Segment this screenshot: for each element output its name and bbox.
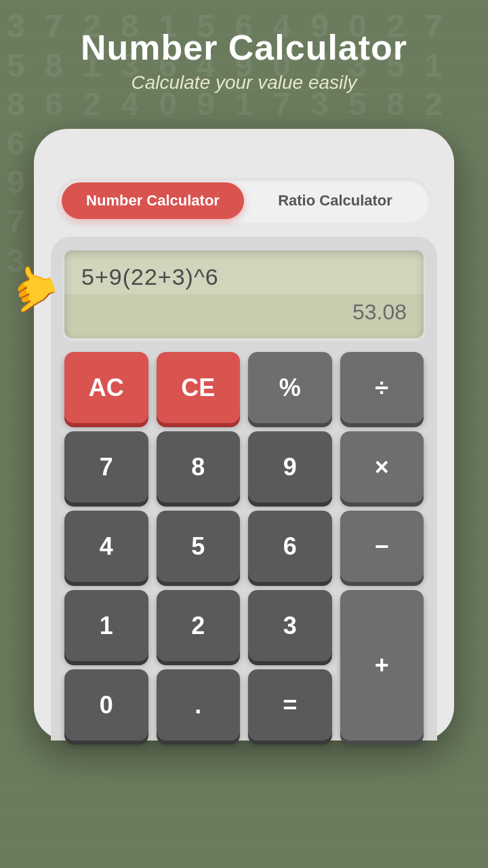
percent-button[interactable]: %	[248, 352, 332, 423]
eight-button[interactable]: 8	[157, 431, 241, 502]
seven-button[interactable]: 7	[64, 431, 148, 502]
hand-icon: 🤙	[0, 256, 64, 318]
zero-button[interactable]: 0	[64, 669, 148, 741]
app-subtitle: Calculate your value easily	[41, 72, 447, 94]
calculator-body: 5+9(22+3)^6 53.08 AC CE % ÷ 7 8 9 × 4 5 …	[51, 237, 437, 741]
app-title: Number Calculator	[41, 27, 447, 68]
minus-button[interactable]: −	[340, 511, 424, 582]
nine-button[interactable]: 9	[248, 431, 332, 502]
two-button[interactable]: 2	[157, 590, 241, 661]
display-result: 53.08	[81, 300, 407, 325]
ce-button[interactable]: CE	[157, 352, 241, 423]
dot-button[interactable]: .	[157, 669, 241, 741]
four-button[interactable]: 4	[64, 511, 148, 582]
calculator-display: 5+9(22+3)^6 53.08	[64, 250, 424, 338]
button-grid: AC CE % ÷ 7 8 9 × 4 5 6 − 1 2 3 + 0 . =	[64, 352, 424, 741]
divide-button[interactable]: ÷	[340, 352, 424, 423]
phone-frame: Number Calculator Ratio Calculator 5+9(2…	[34, 129, 454, 741]
five-button[interactable]: 5	[157, 511, 241, 582]
six-button[interactable]: 6	[248, 511, 332, 582]
header: Number Calculator Calculate your value e…	[0, 0, 488, 107]
phone-notch	[203, 149, 285, 168]
number-calculator-tab[interactable]: Number Calculator	[62, 182, 244, 219]
ac-button[interactable]: AC	[64, 352, 148, 423]
plus-button[interactable]: +	[340, 590, 424, 741]
pointer-annotation: 🤙	[20, 250, 58, 311]
equals-button[interactable]: =	[248, 669, 332, 741]
three-button[interactable]: 3	[248, 590, 332, 661]
one-button[interactable]: 1	[64, 590, 148, 661]
display-expression: 5+9(22+3)^6	[81, 264, 407, 290]
multiply-button[interactable]: ×	[340, 431, 424, 502]
ratio-calculator-tab[interactable]: Ratio Calculator	[244, 182, 426, 219]
tab-switcher: Number Calculator Ratio Calculator	[58, 178, 430, 223]
